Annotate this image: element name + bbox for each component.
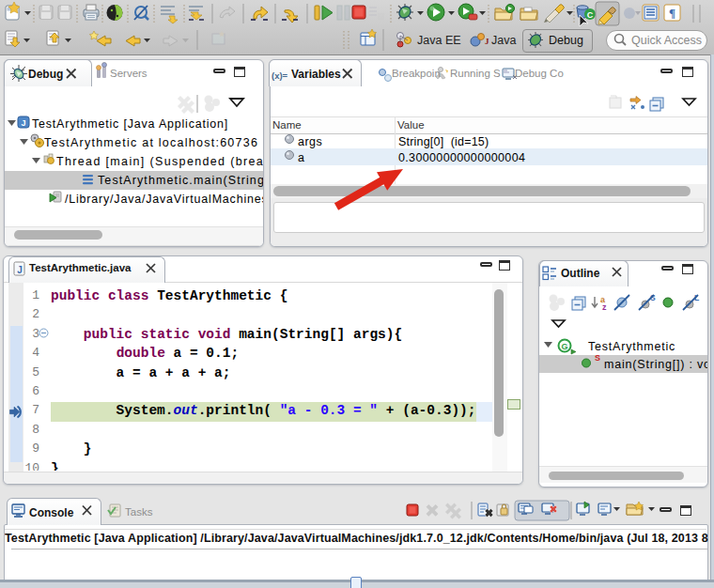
svg-text:J: J bbox=[17, 265, 23, 275]
svg-text:C: C bbox=[587, 10, 594, 20]
svg-text:S: S bbox=[595, 353, 600, 363]
svg-text:J: J bbox=[485, 37, 489, 46]
svg-text:¶: ¶ bbox=[669, 6, 675, 20]
svg-text:(x)=: (x)= bbox=[272, 70, 288, 81]
svg-text:z: z bbox=[602, 302, 607, 312]
svg-text:J: J bbox=[21, 118, 25, 128]
svg-text:G: G bbox=[561, 342, 567, 351]
